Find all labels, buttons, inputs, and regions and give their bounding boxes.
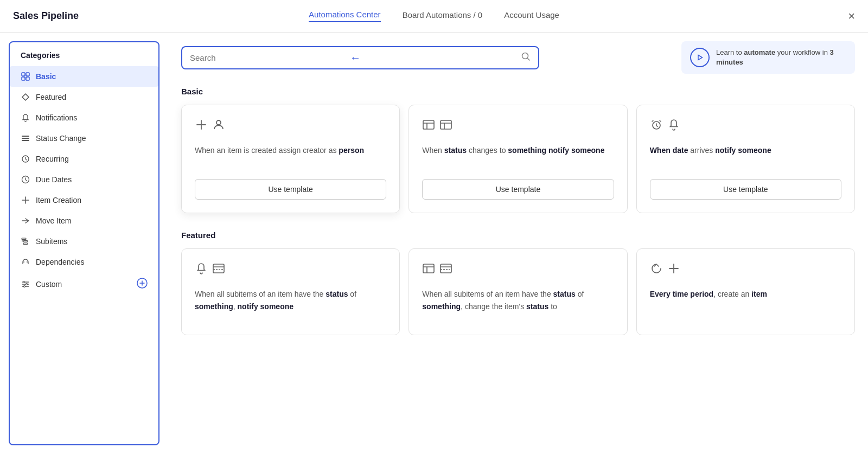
- svg-point-16: [522, 53, 528, 59]
- use-template-button-status[interactable]: Use template: [422, 179, 614, 200]
- list-icon: [21, 133, 30, 143]
- sidebar-dependencies-label: Dependencies: [36, 258, 148, 266]
- sidebar-status-change-label: Status Change: [36, 134, 148, 143]
- card-desc-featured1: When all subitems of an item have the st…: [195, 288, 386, 312]
- bell-icon: [21, 113, 30, 123]
- search-magnifier-icon: [521, 52, 531, 64]
- plus-create-icon: [667, 262, 680, 277]
- sidebar-item-featured[interactable]: Featured: [10, 87, 158, 107]
- sidebar-due-dates-label: Due Dates: [36, 175, 148, 184]
- card-desc-assign: When an item is created assign creator a…: [195, 144, 386, 168]
- plus-icon: [21, 195, 30, 205]
- svg-rect-22: [423, 264, 434, 273]
- grid-icon: [21, 72, 30, 81]
- svg-rect-2: [22, 77, 25, 80]
- sidebar-custom-label: Custom: [36, 280, 131, 289]
- card-desc-featured3: Every time period, create an item: [650, 288, 841, 300]
- svg-rect-11: [23, 243, 28, 245]
- svg-rect-18: [423, 120, 434, 129]
- subitems-icon: [21, 236, 30, 246]
- card-icons-featured2: [422, 262, 614, 277]
- sidebar-item-move-item[interactable]: Move Item: [10, 210, 158, 231]
- card-icons-assign: [195, 118, 386, 133]
- categories-sidebar: Categories Basic Featured: [9, 41, 159, 445]
- svg-rect-1: [26, 73, 29, 76]
- tab-board-automations[interactable]: Board Automations / 0: [403, 10, 483, 22]
- svg-rect-23: [441, 264, 451, 273]
- use-template-button-assign[interactable]: Use template: [195, 179, 386, 200]
- card-icons-date: [650, 118, 841, 133]
- sidebar-item-item-creation[interactable]: Item Creation: [10, 190, 158, 210]
- plus-icon-card: [195, 118, 208, 133]
- sidebar-title: Categories: [10, 51, 158, 66]
- sidebar-notifications-label: Notifications: [36, 113, 148, 122]
- bell-featured-icon: [195, 262, 208, 277]
- table-icon-2: [439, 118, 452, 133]
- header: Sales Pipeline Automations Center Board …: [0, 0, 868, 33]
- close-button[interactable]: ×: [848, 9, 855, 23]
- svg-point-17: [216, 120, 221, 125]
- card-subitem-status-change: When all subitems of an item have the st…: [409, 248, 627, 335]
- card-desc-status: When status changes to something notify …: [422, 144, 614, 168]
- sidebar-featured-label: Featured: [36, 93, 148, 101]
- sidebar-recurring-label: Recurring: [36, 155, 148, 163]
- sidebar-item-status-change[interactable]: Status Change: [10, 128, 158, 149]
- featured-section-title: Featured: [181, 231, 855, 240]
- use-template-button-date[interactable]: Use template: [650, 179, 841, 200]
- arrow-right-icon: [21, 216, 30, 226]
- sliders-icon: [21, 279, 30, 289]
- card-icons-status: [422, 118, 614, 133]
- table-featured-icon2: [439, 262, 452, 277]
- content-area: ← Learn to automate your workflow in 3: [168, 33, 868, 454]
- sidebar-item-custom[interactable]: Custom: [10, 272, 158, 296]
- svg-rect-4: [22, 136, 29, 137]
- table-subitems-icon: [212, 262, 225, 277]
- sidebar-basic-label: Basic: [36, 72, 148, 81]
- card-icons-featured3: [650, 262, 841, 277]
- diamond-icon: [21, 92, 30, 102]
- svg-rect-9: [22, 238, 26, 240]
- recurring-refresh-icon: [650, 262, 663, 277]
- bell-notify-icon: [667, 118, 680, 133]
- card-desc-date: When date arrives notify someone: [650, 144, 841, 168]
- sidebar-item-dependencies[interactable]: Dependencies: [10, 252, 158, 272]
- learn-text: Learn to automate your workflow in 3 min…: [716, 48, 846, 67]
- svg-point-12: [23, 281, 25, 283]
- play-button[interactable]: [690, 48, 710, 67]
- svg-rect-6: [22, 140, 29, 141]
- sidebar-item-basic[interactable]: Basic: [10, 66, 158, 87]
- svg-rect-19: [441, 120, 451, 129]
- table-featured-icon1: [422, 262, 435, 277]
- search-row: ← Learn to automate your workflow in 3: [181, 41, 855, 74]
- header-tabs: Automations Center Board Automations / 0…: [309, 10, 559, 22]
- person-icon-card: [212, 118, 225, 133]
- main-layout: Categories Basic Featured: [0, 33, 868, 454]
- card-status-notify: When status changes to something notify …: [409, 105, 627, 213]
- tab-automations-center[interactable]: Automations Center: [309, 10, 381, 22]
- app-title: Sales Pipeline: [13, 10, 79, 22]
- sidebar-move-item-label: Move Item: [36, 216, 148, 225]
- clock-icon: [21, 175, 30, 184]
- add-custom-button[interactable]: [137, 278, 148, 290]
- search-bar[interactable]: ←: [181, 46, 539, 69]
- tab-account-usage[interactable]: Account Usage: [504, 10, 559, 22]
- featured-cards-grid: When all subitems of an item have the st…: [181, 248, 855, 335]
- sidebar-item-due-dates[interactable]: Due Dates: [10, 169, 158, 190]
- svg-point-14: [24, 285, 25, 287]
- basic-cards-grid: When an item is created assign creator a…: [181, 105, 855, 213]
- card-date-notify: When date arrives notify someone Use tem…: [636, 105, 855, 213]
- card-subitem-status-notify: When all subitems of an item have the st…: [181, 248, 400, 335]
- recurring-icon: [21, 154, 30, 164]
- card-assign-creator: When an item is created assign creator a…: [181, 105, 400, 213]
- svg-rect-5: [22, 138, 29, 139]
- sidebar-item-notifications[interactable]: Notifications: [10, 107, 158, 128]
- search-input[interactable]: [190, 53, 346, 62]
- svg-rect-21: [213, 264, 224, 273]
- svg-rect-10: [23, 241, 28, 242]
- card-icons-featured1: [195, 262, 386, 277]
- sidebar-item-recurring[interactable]: Recurring: [10, 149, 158, 169]
- sidebar-item-creation-label: Item Creation: [36, 196, 148, 204]
- sidebar-item-subitems[interactable]: Subitems: [10, 231, 158, 252]
- table-icon-1: [422, 118, 435, 133]
- search-arrow-icon: ←: [350, 52, 361, 64]
